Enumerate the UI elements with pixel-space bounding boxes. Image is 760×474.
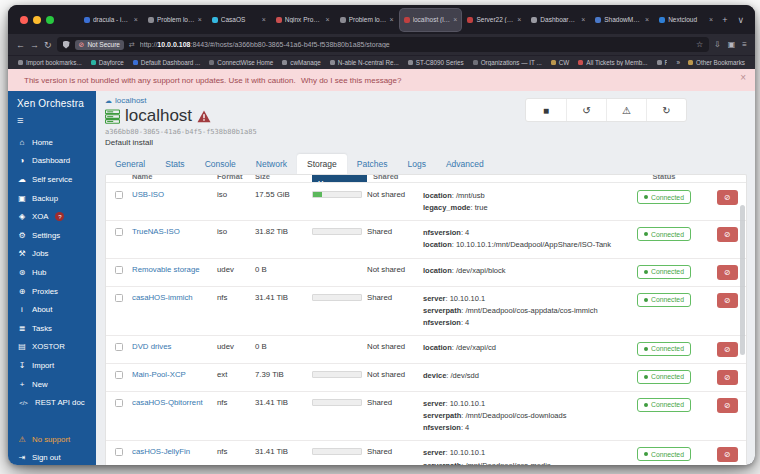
not-secure-chip[interactable]: ⊘ Not Secure: [75, 40, 124, 50]
row-checkbox[interactable]: [115, 399, 123, 407]
permissions-icon[interactable]: ⇄: [129, 41, 135, 49]
browser-tab[interactable]: ShadowMoses -×: [591, 9, 653, 31]
tab-close-icon[interactable]: ×: [709, 16, 713, 23]
sr-name-link[interactable]: casHOS-JellyFin: [132, 447, 217, 456]
sr-name-link[interactable]: TrueNAS-ISO: [132, 227, 217, 236]
row-checkbox[interactable]: [115, 371, 123, 379]
bookmark-item[interactable]: ST-C8090 Series: [408, 59, 464, 66]
menu-icon[interactable]: ≡: [742, 40, 747, 49]
tab-list-chevron-icon[interactable]: ∨: [732, 15, 749, 25]
connected-badge[interactable]: Connected: [637, 398, 691, 412]
connected-badge[interactable]: Connected: [637, 342, 691, 356]
sidebar-item-self-service[interactable]: ☁Self service: [8, 170, 96, 189]
browser-tab[interactable]: Problem loading×: [144, 9, 206, 31]
host-warning-icon[interactable]: [197, 110, 211, 123]
row-checkbox[interactable]: [115, 448, 123, 456]
tab-close-icon[interactable]: ×: [262, 16, 266, 23]
tab-close-icon[interactable]: ×: [453, 16, 457, 23]
browser-tab[interactable]: Server22 (local×: [463, 9, 525, 31]
bookmark-item[interactable]: All Tickets by Memb...: [578, 59, 647, 66]
sr-name-link[interactable]: casaHOS-Qbitorrent: [132, 398, 217, 407]
connected-badge[interactable]: Connected: [637, 370, 691, 384]
tab-close-icon[interactable]: ×: [134, 16, 138, 23]
reboot-button[interactable]: ↻: [646, 99, 686, 121]
sr-name-link[interactable]: Removable storage: [132, 265, 217, 274]
tab-close-icon[interactable]: ×: [645, 16, 649, 23]
sidebar-item-about[interactable]: iAbout: [8, 300, 96, 319]
disconnect-button[interactable]: ⊘: [717, 447, 738, 462]
connected-badge[interactable]: Connected: [637, 265, 691, 279]
row-checkbox[interactable]: [115, 294, 123, 302]
browser-tab[interactable]: localhost (local×: [400, 9, 462, 31]
bookmark-item[interactable]: cwManage: [282, 59, 320, 66]
forward-button[interactable]: →: [30, 40, 39, 50]
back-button[interactable]: ←: [16, 40, 25, 50]
browser-tab[interactable]: Nextcloud×: [655, 9, 717, 31]
downloads-icon[interactable]: ⇩: [714, 40, 721, 49]
restart-button[interactable]: ↺: [566, 99, 606, 121]
emergency-button[interactable]: ⚠: [606, 99, 646, 121]
sidebar-item-backup[interactable]: ▣Backup: [8, 189, 96, 208]
sidebar-item-xostor[interactable]: ▤XOSTOR: [8, 338, 96, 357]
column-header-size[interactable]: Size: [255, 175, 312, 183]
tab-general[interactable]: General: [105, 154, 155, 174]
disconnect-button[interactable]: ⊘: [717, 293, 738, 308]
disconnect-button[interactable]: ⊘: [717, 265, 738, 280]
sidebar-item-dashboard[interactable]: ◑Dashboard: [8, 152, 96, 171]
browser-tab[interactable]: Dashboard - loc×: [527, 9, 589, 31]
sidebar-item-new[interactable]: +New: [8, 375, 96, 394]
row-checkbox[interactable]: [115, 343, 123, 351]
tab-close-icon[interactable]: ×: [389, 16, 393, 23]
column-header-name[interactable]: Name: [132, 175, 217, 183]
bookmark-item[interactable]: Import bookmarks...: [18, 59, 82, 66]
minimize-window-button[interactable]: [33, 16, 41, 24]
row-checkbox[interactable]: [115, 191, 123, 199]
sidebar-item-proxies[interactable]: ⊕Proxies: [8, 282, 96, 301]
bookmark-item[interactable]: ConnectWise Home: [209, 59, 273, 66]
url-bar[interactable]: ⊘ Not Secure ⇄ http://10.0.0.108:8443/#/…: [57, 37, 710, 52]
connected-badge[interactable]: Connected: [637, 190, 691, 204]
sr-name-link[interactable]: casaHOS-immich: [132, 293, 217, 302]
browser-tab[interactable]: dracula - iDRAC×: [80, 9, 142, 31]
sr-name-link[interactable]: DVD drives: [132, 342, 217, 351]
disconnect-button[interactable]: ⊘: [717, 227, 738, 242]
column-header-usage-sorted[interactable]: Usage: [312, 175, 367, 183]
disconnect-button[interactable]: ⊘: [717, 370, 738, 385]
tab-close-icon[interactable]: ×: [517, 16, 521, 23]
row-checkbox[interactable]: [115, 228, 123, 236]
bookmarks-overflow-chevron[interactable]: »: [676, 59, 680, 66]
page-scrollbar-thumb[interactable]: [740, 205, 745, 355]
column-header-shared[interactable]: Shared: [367, 175, 423, 183]
browser-tab[interactable]: Problem loading×: [336, 9, 398, 31]
host-description[interactable]: Default install: [105, 138, 257, 147]
tracking-protection-shield-icon[interactable]: [63, 41, 70, 49]
banner-why-link[interactable]: Why do I see this message?: [301, 76, 402, 85]
sidebar-item-jobs[interactable]: ⚒Jobs: [8, 245, 96, 264]
host-title[interactable]: localhost: [125, 106, 192, 126]
tab-close-icon[interactable]: ×: [581, 16, 585, 23]
sidebar-item-tasks[interactable]: ≣Tasks: [8, 319, 96, 338]
disconnect-button[interactable]: ⊘: [717, 342, 738, 357]
tab-storage[interactable]: Storage: [297, 154, 347, 174]
row-checkbox[interactable]: [115, 266, 123, 274]
column-header-status[interactable]: Status: [620, 175, 708, 183]
close-window-button[interactable]: [20, 16, 28, 24]
sr-name-link[interactable]: USB-ISO: [132, 190, 217, 199]
sidebar-toggle-icon[interactable]: ≡: [8, 114, 96, 133]
tab-patches[interactable]: Patches: [347, 154, 398, 174]
disconnect-button[interactable]: ⊘: [717, 190, 738, 205]
connected-badge[interactable]: Connected: [637, 447, 691, 461]
sidebar-item-settings[interactable]: ⚙Settings: [8, 226, 96, 245]
reload-button[interactable]: ↻: [44, 40, 52, 50]
connected-badge[interactable]: Connected: [637, 227, 691, 241]
bookmark-item[interactable]: Personal Portal: [657, 59, 668, 66]
tab-logs[interactable]: Logs: [398, 154, 436, 174]
extensions-icon[interactable]: ▣: [728, 40, 736, 49]
disconnect-button[interactable]: ⊘: [717, 398, 738, 413]
tab-advanced[interactable]: Advanced: [436, 154, 494, 174]
sr-name-link[interactable]: Main-Pool-XCP: [132, 370, 217, 379]
breadcrumb[interactable]: ☁ localhost: [105, 96, 257, 105]
sidebar-item-sign-out[interactable]: ⇥ Sign out: [8, 449, 96, 465]
bookmark-star-icon[interactable]: ☆: [696, 40, 703, 49]
browser-tab[interactable]: CasaOS×: [208, 9, 270, 31]
